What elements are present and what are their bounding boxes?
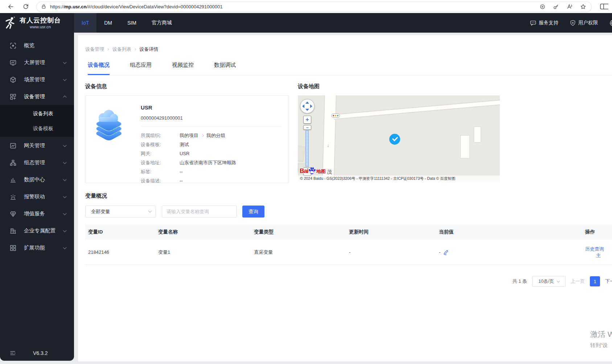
device-illustration bbox=[92, 109, 127, 143]
location-icon[interactable] bbox=[539, 4, 546, 10]
brand-subtitle: www.usr.cn bbox=[20, 25, 61, 29]
cell-variable-id: 21842146 bbox=[85, 249, 155, 255]
pan-left-icon[interactable] bbox=[302, 104, 304, 108]
main-content: 设备管理 › 设备列表 › 设备详情 设备概况 组态应用 视频监控 数据调试 设… bbox=[78, 35, 612, 361]
read-aloud-icon[interactable] bbox=[566, 4, 573, 9]
field-gateway: 网关: USR bbox=[141, 149, 281, 158]
sidebar-item-screen-mgmt[interactable]: 大屏管理 bbox=[0, 54, 74, 71]
sidebar-item-gateway-mgmt[interactable]: 网关管理 bbox=[0, 137, 74, 154]
refresh-icon[interactable] bbox=[21, 2, 30, 11]
sidebar-item-device-mgmt[interactable]: 设备管理 bbox=[0, 88, 74, 105]
baidu-map[interactable]: + − − ↓ 茂 Bai bbox=[298, 95, 500, 182]
gem-icon bbox=[10, 211, 16, 217]
org-chart-icon bbox=[10, 160, 16, 166]
pan-down-icon[interactable] bbox=[305, 109, 309, 111]
pan-up-icon[interactable] bbox=[305, 102, 309, 104]
field-org: 所属组织: 我的项目我的分组 bbox=[141, 131, 281, 140]
sidebar-item-label: 设备管理 bbox=[24, 93, 45, 100]
breadcrumb-device-mgmt[interactable]: 设备管理 bbox=[85, 46, 104, 53]
prev-page-button[interactable]: 上一页 bbox=[571, 278, 585, 285]
breadcrumb-device-list[interactable]: 设备列表 bbox=[112, 46, 131, 53]
sidebar-item-config-mgmt[interactable]: 组态管理 bbox=[0, 154, 74, 171]
history-query-link[interactable]: 历史查询 bbox=[585, 246, 604, 252]
sidebar-item-label: 报警联动 bbox=[24, 193, 45, 200]
app-window: { "browser": { "url_scheme": "https://",… bbox=[0, 0, 612, 364]
variable-type-select[interactable]: 全部变量 bbox=[85, 206, 156, 218]
sidebar-item-alarm-linkage[interactable]: 报警联动 bbox=[0, 188, 74, 205]
favorite-star-icon[interactable] bbox=[580, 4, 586, 10]
shield-badge-icon bbox=[570, 20, 576, 26]
device-info-title: 设备信息 bbox=[85, 83, 289, 90]
traffic-light-icon bbox=[331, 113, 340, 118]
usr-person-logo-icon bbox=[5, 16, 16, 29]
chevron-down-icon bbox=[63, 143, 67, 147]
sidebar-item-label: 企业专属配置 bbox=[24, 227, 56, 234]
chevron-down-icon bbox=[63, 160, 67, 164]
field-address: 设备地址: 山东省济南市历下区坤顺路 bbox=[141, 158, 281, 167]
map-pan-control[interactable] bbox=[300, 99, 315, 113]
chevron-down-icon bbox=[63, 60, 67, 64]
col-variable-id: 变量ID bbox=[85, 229, 155, 235]
tab-config-app[interactable]: 组态应用 bbox=[130, 62, 152, 75]
nav-tab-iot[interactable]: IoT bbox=[74, 13, 96, 33]
nav-tab-mall[interactable]: 官方商城 bbox=[144, 13, 180, 33]
language-globe-icon[interactable] bbox=[609, 20, 612, 26]
field-description: 设备描述: -- bbox=[141, 176, 281, 185]
pan-right-icon[interactable] bbox=[310, 104, 312, 108]
col-variable-type: 变量类型 bbox=[251, 229, 346, 235]
sidebar-item-label: 场景管理 bbox=[24, 76, 45, 83]
sidebar-item-overview[interactable]: 概览 bbox=[0, 37, 74, 54]
nav-tab-sim[interactable]: SIM bbox=[120, 13, 144, 33]
chevron-down-icon bbox=[63, 177, 67, 181]
edit-pencil-icon[interactable] bbox=[443, 249, 449, 255]
zoom-slider-handle[interactable]: − bbox=[303, 125, 311, 130]
user-permission-link[interactable]: 用户权限 bbox=[570, 20, 598, 26]
browser-toolbar: https://mp.usr.cn/#/cloud/device/ViewDev… bbox=[0, 0, 612, 13]
variables-title: 变量概况 bbox=[85, 193, 612, 199]
submenu-item-device-list[interactable]: 设备列表 bbox=[0, 106, 74, 121]
map-building bbox=[474, 127, 481, 142]
baidu-paw-icon: du bbox=[308, 167, 316, 175]
map-road-vertical bbox=[322, 95, 337, 176]
back-icon[interactable] bbox=[6, 2, 15, 11]
sidebar-item-scene-mgmt[interactable]: 场景管理 bbox=[0, 71, 74, 88]
split-screen-icon[interactable] bbox=[600, 3, 608, 10]
tab-device-overview[interactable]: 设备概况 bbox=[88, 62, 110, 75]
big-screen-icon bbox=[10, 59, 16, 66]
password-key-icon[interactable] bbox=[553, 4, 559, 10]
collapse-sidebar-icon[interactable] bbox=[9, 350, 16, 356]
chevron-down-icon bbox=[63, 194, 67, 198]
device-id: 0000004291000001 bbox=[141, 115, 281, 121]
zoom-in-button[interactable]: + bbox=[303, 116, 311, 124]
address-bar[interactable]: https://mp.usr.cn/#/cloud/device/ViewDev… bbox=[36, 1, 592, 12]
device-location-marker[interactable] bbox=[389, 134, 400, 145]
sidebar-item-value-added[interactable]: 增值服务 bbox=[0, 205, 74, 222]
nav-tab-dm[interactable]: DM bbox=[96, 13, 120, 33]
building-icon bbox=[10, 228, 16, 234]
page-size-select[interactable]: 10条/页 bbox=[532, 276, 566, 287]
map-road-diagonal bbox=[333, 99, 500, 120]
tab-video-monitor[interactable]: 视频监控 bbox=[172, 62, 194, 75]
service-support-link[interactable]: 服务支持 bbox=[530, 20, 558, 26]
map-building bbox=[460, 135, 470, 158]
clipped-action-link[interactable]: 主 bbox=[596, 253, 601, 258]
sidebar-item-enterprise-config[interactable]: 企业专属配置 bbox=[0, 222, 74, 239]
sidebar-item-data-center[interactable]: 数据中心 bbox=[0, 171, 74, 188]
tab-data-debug[interactable]: 数据调试 bbox=[214, 62, 236, 75]
cell-current-value: - bbox=[436, 249, 582, 255]
lock-icon[interactable] bbox=[41, 4, 46, 9]
submenu-item-device-template[interactable]: 设备模板 bbox=[0, 121, 74, 136]
baidu-maps-logo[interactable]: Bai du 地图 bbox=[300, 167, 325, 175]
zoom-slider-track[interactable] bbox=[305, 131, 309, 167]
current-page-button[interactable]: 1 bbox=[590, 276, 600, 286]
next-page-button[interactable]: 下一页 bbox=[605, 278, 612, 285]
sidebar-item-extensions[interactable]: 扩展功能 bbox=[0, 239, 74, 256]
url-text[interactable]: https://mp.usr.cn/#/cloud/device/ViewDev… bbox=[50, 4, 536, 9]
brand-logo[interactable]: 有人云控制台 www.usr.cn bbox=[0, 13, 74, 33]
product-tabs: IoT DM SIM 官方商城 bbox=[74, 13, 180, 33]
device-map-title: 设备地图 bbox=[298, 83, 500, 90]
variable-search-input[interactable] bbox=[162, 206, 237, 218]
query-button[interactable]: 查询 bbox=[242, 206, 264, 218]
cell-update-time: - bbox=[346, 249, 436, 255]
chevron-down-icon bbox=[148, 209, 152, 213]
